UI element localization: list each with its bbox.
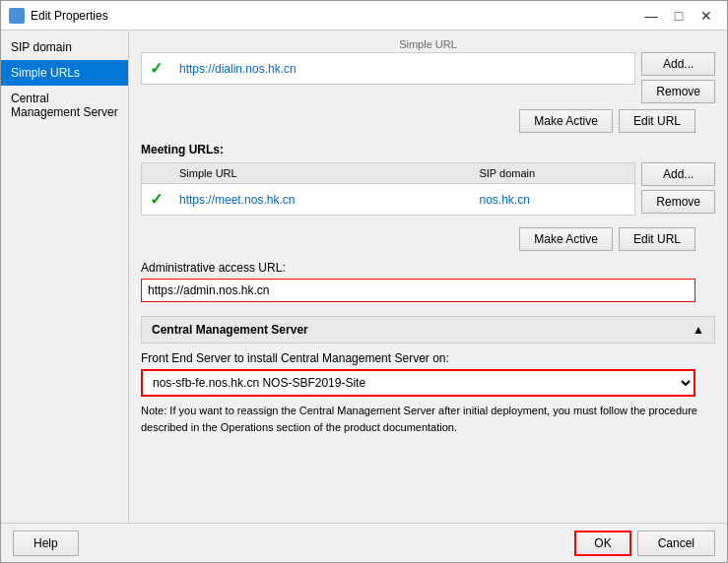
table-row: ✓ https://meet.nos.hk.cn nos.hk.cn [142,184,634,216]
meeting-urls-section: Simple URL SIP domain ✓ [141,162,715,221]
meeting-url-link[interactable]: https://meet.nos.hk.cn [179,193,295,207]
add-button-2[interactable]: Add... [641,162,715,186]
simple-url-header: Simple URL [141,38,715,50]
admin-url-wrapper [141,279,715,302]
sidebar-item-simple-urls[interactable]: Simple URLs [1,60,128,86]
edit-properties-window: Edit Properties — □ ✕ SIP domain Simple … [0,0,728,563]
cms-note: Note: If you want to reassign the Centra… [141,403,715,435]
meeting-urls-label: Meeting URLs: [141,143,715,156]
check-icon: ✓ [150,60,163,77]
admin-url-label: Administrative access URL: [141,261,715,275]
main-content: Simple URL ✓ https://dialin.nos.hk.cn [129,31,727,523]
footer: Help OK Cancel [1,523,727,562]
maximize-button[interactable]: □ [666,6,692,26]
cms-server-select[interactable]: nos-sfb-fe.nos.hk.cn NOS-SBF2019-Site [141,369,695,397]
meeting-url-table-container: Simple URL SIP domain ✓ [141,162,635,216]
table-header-row: Simple URL SIP domain [142,163,634,184]
titlebar: Edit Properties — □ ✕ [1,1,727,31]
cancel-button[interactable]: Cancel [637,531,715,556]
make-active-button-2[interactable]: Make Active [519,227,613,251]
remove-button-1[interactable]: Remove [641,80,715,103]
add-button-1[interactable]: Add... [641,52,715,76]
edit-url-button-2[interactable]: Edit URL [619,227,695,251]
admin-url-input[interactable] [141,279,695,302]
simple-url-table: ✓ https://dialin.nos.hk.cn [142,53,634,84]
simple-url-section: ✓ https://dialin.nos.hk.cn Add... [141,52,715,103]
cms-field-label: Front End Server to install Central Mana… [141,351,715,365]
sidebar-item-central-mgmt[interactable]: Central Management Server [1,86,128,125]
app-icon [9,8,25,24]
collapse-icon: ▲ [693,323,704,337]
minimize-button[interactable]: — [638,6,664,26]
make-active-button-1[interactable]: Make Active [519,109,613,133]
titlebar-controls: — □ ✕ [638,6,719,26]
footer-right-buttons: OK Cancel [574,531,715,556]
meeting-url-table: Simple URL SIP domain ✓ [142,163,634,215]
simple-url-table-container: ✓ https://dialin.nos.hk.cn [141,52,635,85]
table-row: ✓ https://dialin.nos.hk.cn [142,53,634,84]
col-sip-domain: SIP domain [471,163,634,184]
ok-button[interactable]: OK [574,531,630,556]
titlebar-left: Edit Properties [9,8,108,24]
meeting-url-action-btns: Make Active Edit URL [141,227,715,251]
edit-url-button-1[interactable]: Edit URL [619,109,695,133]
col-simple-url: Simple URL [171,163,471,184]
cms-section-header[interactable]: Central Management Server ▲ [141,316,715,344]
simple-url-right-btns: Add... Remove [641,52,715,103]
window-title: Edit Properties [31,9,108,23]
meeting-check-icon: ✓ [150,191,163,208]
meeting-sip-link[interactable]: nos.hk.cn [479,193,529,207]
cms-server-wrapper: nos-sfb-fe.nos.hk.cn NOS-SBF2019-Site [141,369,715,397]
simple-url-action-btns: Make Active Edit URL [141,109,715,133]
close-button[interactable]: ✕ [694,6,719,26]
simple-url-link[interactable]: https://dialin.nos.hk.cn [179,62,297,76]
remove-button-2[interactable]: Remove [641,190,715,214]
sidebar: SIP domain Simple URLs Central Managemen… [1,31,129,523]
meeting-url-right-btns: Add... Remove [641,162,715,214]
help-button[interactable]: Help [13,531,79,556]
cms-section-title: Central Management Server [152,323,308,337]
scroll-area: Simple URL ✓ https://dialin.nos.hk.cn [129,31,727,523]
sidebar-item-sip-domain[interactable]: SIP domain [1,34,128,60]
content-area: SIP domain Simple URLs Central Managemen… [1,31,727,523]
